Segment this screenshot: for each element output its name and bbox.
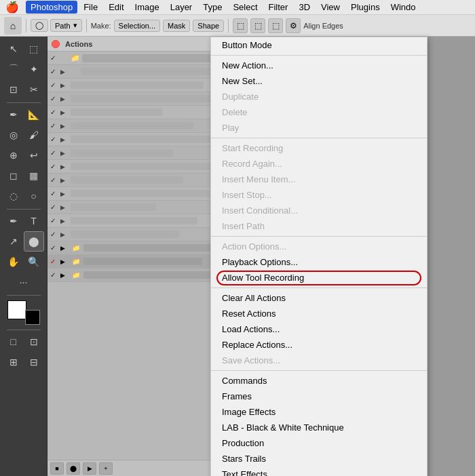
check-icon: ✓ <box>50 163 58 170</box>
expand-icon: ▶ <box>60 68 69 75</box>
menu-production[interactable]: Production <box>211 435 427 451</box>
hand-tool[interactable]: ✋ <box>4 252 23 271</box>
menubar-file[interactable]: File <box>79 1 102 14</box>
marquee-tool[interactable]: ⬚ <box>24 39 43 58</box>
stop-button[interactable]: ■ <box>50 462 64 475</box>
pen-tool[interactable]: ✒ <box>4 212 23 231</box>
tool-row-5: ◎ 🖌 <box>4 125 43 144</box>
menu-duplicate: Duplicate <box>211 89 427 104</box>
brush-tool[interactable]: 🖌 <box>24 125 43 144</box>
menu-new-action[interactable]: New Action... <box>211 58 427 73</box>
action-bar <box>71 81 204 89</box>
menu-reset-actions[interactable]: Reset Actions <box>211 306 427 321</box>
more-tools[interactable]: ··· <box>14 273 33 292</box>
path-select-tool[interactable]: ↗ <box>4 232 23 251</box>
quick-mask-mode[interactable]: ⊡ <box>24 332 43 351</box>
expand-icon: ▶ <box>60 136 69 143</box>
menu-sep-5 <box>211 370 427 371</box>
menu-button-mode[interactable]: Button Mode <box>211 37 427 53</box>
foreground-color[interactable] <box>7 300 26 319</box>
menu-load-actions[interactable]: Load Actions... <box>211 321 427 337</box>
menu-frames[interactable]: Frames <box>211 389 427 404</box>
blur-tool[interactable]: ◌ <box>4 186 23 205</box>
path-dropdown[interactable]: Path ▾ <box>50 19 82 32</box>
expand-icon: ▶ <box>60 245 70 252</box>
mask-button[interactable]: Mask <box>163 20 190 32</box>
menu-allow-tool-recording[interactable]: Allow Tool Recording <box>211 270 427 285</box>
tool-row-9: ✒ T <box>4 212 43 231</box>
slice-tool[interactable]: ✂ <box>24 80 43 99</box>
expand-icon: ▶ <box>60 82 69 89</box>
play-button[interactable]: ▶ <box>83 462 96 475</box>
ruler-tool[interactable]: 📐 <box>24 105 43 124</box>
menu-replace-actions[interactable]: Replace Actions... <box>211 337 427 353</box>
menu-insert-path: Insert Path <box>211 218 427 234</box>
screen-mode[interactable]: ⊞ <box>4 353 23 372</box>
history-brush-tool[interactable]: ↩ <box>24 146 43 165</box>
menu-playback-options[interactable]: Playback Options... <box>211 254 427 270</box>
align-right-icon[interactable]: ⬚ <box>250 18 265 33</box>
menubar-plugins[interactable]: Plugins <box>346 1 385 14</box>
expand-icon: ▶ <box>60 272 70 279</box>
menubar-edit[interactable]: Edit <box>104 1 128 14</box>
tool-row-11: ✋ 🔍 <box>4 252 43 271</box>
gradient-tool[interactable]: ▦ <box>24 166 43 185</box>
background-color[interactable] <box>25 310 40 325</box>
tools-panel: ↖ ⬚ ⌒ ✦ ⊡ ✂ ✒ 📐 ◎ 🖌 ⊕ ↩ ◻ ▦ ◌ ○ <box>0 37 48 476</box>
menubar-view[interactable]: View <box>316 1 345 14</box>
panel-close-button[interactable] <box>52 40 60 48</box>
home-button[interactable]: ⌂ <box>4 17 22 35</box>
menubar-select[interactable]: Select <box>228 1 262 14</box>
menu-clear-all-actions[interactable]: Clear All Actions <box>211 290 427 306</box>
menubar-image[interactable]: Image <box>130 1 164 14</box>
crop-tool[interactable]: ⊡ <box>4 80 23 99</box>
type-tool[interactable]: T <box>24 212 43 231</box>
menu-lab-black-white[interactable]: LAB - Black & White Technique <box>211 420 427 435</box>
ellipse-icon: ◯ <box>35 21 43 30</box>
menubar-3d[interactable]: 3D <box>294 1 315 14</box>
settings-button[interactable]: ⚙ <box>286 18 301 33</box>
shape-tools-group: ◯ Path ▾ <box>31 19 82 32</box>
clone-stamp-tool[interactable]: ⊕ <box>4 146 23 165</box>
eyedropper-tool[interactable]: ✒ <box>4 105 23 124</box>
dodge-tool[interactable]: ○ <box>24 186 43 205</box>
move-tool[interactable]: ↖ <box>4 39 23 58</box>
apple-menu[interactable]: 🍎 <box>5 1 19 14</box>
menu-text-effects[interactable]: Text Effects <box>211 467 427 476</box>
menu-sep-3 <box>211 236 427 237</box>
tool-row-2: ⌒ ✦ <box>4 60 43 79</box>
ellipse-tool[interactable]: ◯ <box>31 19 48 32</box>
expand-icon: ▶ <box>60 191 69 197</box>
spot-heal-tool[interactable]: ◎ <box>4 125 23 144</box>
distribute-icon[interactable]: ⬚ <box>268 18 283 33</box>
menubar-layer[interactable]: Layer <box>166 1 197 14</box>
record-button[interactable]: ⬤ <box>66 462 80 475</box>
selection-label: Selection... <box>119 22 155 30</box>
align-left-icon[interactable]: ⬚ <box>233 18 248 33</box>
folder-icon: 📁 <box>71 54 80 62</box>
standard-mode[interactable]: □ <box>4 332 23 351</box>
add-button[interactable]: + <box>99 462 113 475</box>
zoom-tool[interactable]: 🔍 <box>24 252 43 271</box>
menu-stars-trails[interactable]: Stars Trails <box>211 451 427 467</box>
menubar-filter[interactable]: Filter <box>264 1 293 14</box>
home-icon: ⌂ <box>10 20 16 31</box>
menu-insert-conditional: Insert Conditional... <box>211 203 427 218</box>
shape-button[interactable]: Shape <box>193 20 224 32</box>
menu-new-set[interactable]: New Set... <box>211 73 427 89</box>
gear-icon: ⚙ <box>290 21 297 31</box>
action-bar <box>83 271 231 279</box>
lasso-tool[interactable]: ⌒ <box>4 60 23 79</box>
selection-button[interactable]: Selection... <box>114 20 160 32</box>
menubar-photoshop[interactable]: Photoshop <box>26 1 77 14</box>
shape-tool-active[interactable]: ⬤ <box>24 232 43 251</box>
menu-image-effects[interactable]: Image Effects <box>211 404 427 420</box>
eraser-tool[interactable]: ◻ <box>4 166 23 185</box>
tool-row-1: ↖ ⬚ <box>4 39 43 58</box>
check-icon: ✓ <box>50 217 58 224</box>
magic-wand-tool[interactable]: ✦ <box>24 60 43 79</box>
menu-commands[interactable]: Commands <box>211 373 427 389</box>
menubar-window[interactable]: Windo <box>386 1 421 14</box>
screen-mode-2[interactable]: ⊟ <box>24 353 43 372</box>
menubar-type[interactable]: Type <box>198 1 227 14</box>
